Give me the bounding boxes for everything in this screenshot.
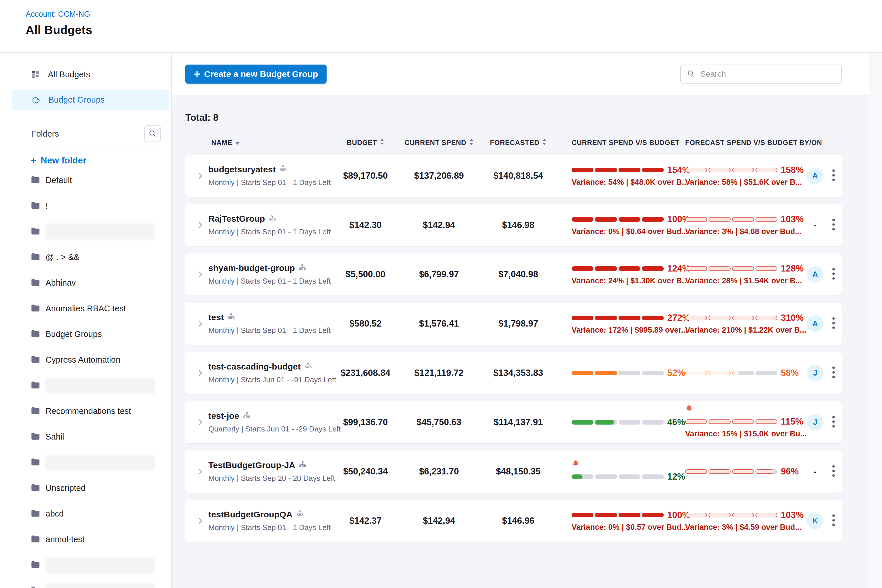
folder-item[interactable]: anmol-test [0, 526, 171, 552]
folder-name: Sahil [45, 432, 64, 442]
folder-item[interactable]: Budget Groups [0, 321, 171, 347]
folder-icon [31, 407, 40, 416]
budget-amount: $5,500.00 [332, 269, 399, 280]
search-icon [148, 129, 157, 139]
sort-icon[interactable] [380, 138, 384, 147]
main-panel: Total: 8 NAME BUDGET CURRENT SPEND FOREC… [172, 95, 869, 588]
forecast-spend-progress-bar [685, 513, 777, 518]
piggy-bank-icon [31, 95, 41, 105]
current-vs-budget-cell: 272% Variance: 172% | $995.89 over... [557, 303, 681, 345]
current-spend-amount: $1,576.41 [399, 318, 479, 329]
row-menu-button[interactable] [831, 267, 836, 282]
folder-item[interactable]: Default [0, 168, 171, 193]
budget-group-name: test [208, 312, 224, 322]
expand-chevron-icon[interactable] [192, 418, 208, 426]
folder-item[interactable] [0, 552, 171, 578]
forecast-vs-budget-cell: 58% [681, 352, 799, 394]
expand-chevron-icon[interactable] [192, 270, 208, 278]
hierarchy-icon [296, 510, 304, 519]
by-on-cell: - [799, 466, 831, 477]
row-menu-button[interactable] [831, 218, 836, 232]
table-row[interactable]: RajTestGroup Monthly | Starts Sep 01 - 1… [185, 204, 842, 246]
create-budget-group-button[interactable]: + Create a new Budget Group [185, 64, 327, 84]
sort-icon[interactable] [469, 138, 474, 147]
folder-name: abcd [45, 509, 64, 519]
redacted-folder-name [45, 378, 155, 394]
row-menu-button[interactable] [831, 168, 836, 183]
plus-icon: + [30, 155, 37, 166]
forecast-variance: Variance: 210% | $1.22K over B... [685, 326, 799, 334]
current-spend-progress-bar [572, 217, 664, 222]
folder-search-button[interactable] [144, 125, 161, 142]
column-forecasted: FORECASTED [490, 139, 539, 147]
expand-chevron-icon[interactable] [192, 369, 208, 377]
scroll-gutter[interactable] [869, 53, 882, 588]
folders-title: Folders [31, 129, 59, 139]
folder-item[interactable]: @ . > && [0, 244, 171, 270]
row-menu-button[interactable] [831, 513, 836, 528]
owner-avatar: K [807, 513, 824, 529]
row-menu-button[interactable] [831, 464, 836, 479]
folder-item[interactable]: Sahil [0, 424, 171, 450]
new-folder-button[interactable]: + New folder [30, 155, 171, 166]
folder-item[interactable]: Unscripted [0, 475, 171, 501]
owner-dash: - [814, 466, 817, 477]
folder-icon [31, 201, 40, 210]
search-input[interactable] [700, 69, 835, 79]
total-count: Total: 8 [185, 112, 842, 123]
account-breadcrumb[interactable]: Account: CCM-NG [26, 10, 90, 19]
folder-item[interactable]: Cypress Automation [0, 347, 171, 373]
table-row[interactable]: test-joe Quarterly | Starts Jun 01 - -29… [185, 401, 842, 443]
current-spend-amount: $142.94 [399, 516, 479, 526]
current-vs-budget-cell: 154% Variance: 54% | $48.0K over B... [557, 155, 681, 197]
row-menu-button[interactable] [831, 415, 836, 430]
folder-item[interactable]: Anomalies RBAC test [0, 296, 171, 321]
column-name: NAME [211, 139, 232, 147]
row-menu-button[interactable] [831, 366, 836, 381]
folder-item[interactable] [0, 578, 171, 588]
current-vs-budget-cell: 12% [557, 450, 681, 493]
folder-item[interactable] [0, 219, 171, 244]
budget-period: Monthly | Starts Sep 01 - 1 Days Left [208, 227, 332, 236]
budget-group-name: testBudgetGroupQA [208, 510, 292, 519]
row-menu-button[interactable] [831, 316, 836, 331]
table-row[interactable]: TestBudgetGroup-JA Monthly | Starts Sep … [185, 450, 842, 493]
plus-icon: + [194, 69, 200, 79]
table-row[interactable]: test Monthly | Starts Sep 01 - 1 Days Le… [185, 303, 842, 345]
forecasted-amount: $134,353.83 [479, 368, 557, 378]
budget-period: Monthly | Starts Sep 01 - 1 Days Left [208, 326, 332, 335]
grid-icon [31, 70, 40, 79]
budget-group-name: budgetsuryatest [208, 165, 276, 174]
column-current-vs-budget: CURRENT SPEND V/S BUDGET [572, 139, 680, 147]
forecasted-amount: $1,798.97 [479, 318, 557, 329]
expand-chevron-icon[interactable] [192, 517, 208, 525]
sort-icon[interactable] [542, 138, 546, 147]
table-row[interactable]: shyam-budget-group Monthly | Starts Sep … [185, 254, 842, 296]
folder-item[interactable]: abcd [0, 501, 171, 526]
folder-item[interactable] [0, 450, 171, 475]
folder-icon [31, 535, 40, 544]
expand-chevron-icon[interactable] [192, 221, 208, 229]
folder-item[interactable] [0, 373, 171, 398]
folder-item[interactable]: Recommendations test [0, 398, 171, 424]
by-on-cell: J [799, 414, 831, 430]
sidebar-item-budget-groups[interactable]: Budget Groups [12, 90, 169, 110]
table-row[interactable]: budgetsuryatest Monthly | Starts Sep 01 … [185, 155, 842, 197]
expand-chevron-icon[interactable] [192, 320, 208, 328]
table-row[interactable]: test-cascading-budget Monthly | Starts J… [185, 352, 842, 394]
budget-amount: $580.52 [332, 318, 399, 329]
table-row[interactable]: testBudgetGroupQA Monthly | Starts Sep 0… [185, 500, 842, 542]
current-variance: Variance: 172% | $995.89 over... [572, 326, 681, 334]
forecast-vs-budget-cell: 103% Variance: 3% | $4.68 over Bud... [681, 204, 799, 246]
current-variance: Variance: 0% | $0.64 over Bud... [572, 227, 681, 236]
folder-name: Abhinav [45, 278, 76, 288]
current-vs-budget-cell: 124% Variance: 24% | $1.30K over B... [557, 254, 681, 296]
expand-chevron-icon[interactable] [192, 468, 208, 476]
expand-chevron-icon[interactable] [192, 172, 208, 180]
current-spend-amount: $45,750.63 [399, 417, 479, 428]
folder-item[interactable]: ! [0, 193, 171, 219]
sidebar-item-all-budgets[interactable]: All Budgets [0, 64, 171, 84]
filter-caret-icon[interactable] [235, 139, 240, 147]
table-header: NAME BUDGET CURRENT SPEND FORECASTED CUR… [185, 138, 842, 147]
folder-item[interactable]: Abhinav [0, 270, 171, 296]
